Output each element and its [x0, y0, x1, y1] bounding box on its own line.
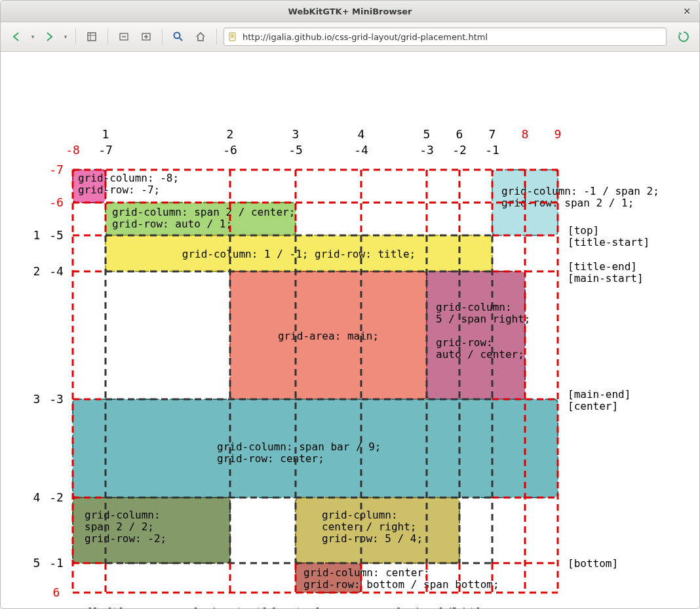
row-number: 6 [53, 585, 60, 599]
url-input[interactable] [241, 31, 662, 43]
cell-label: grid-column: [322, 509, 398, 521]
cell-label: grid-row: [436, 336, 493, 349]
cell-label: grid-area: main; [278, 330, 379, 342]
window-titlebar: WebKitGTK+ MiniBrowser ✕ [1, 1, 699, 22]
cell-label: grid-row: -7; [78, 184, 160, 196]
row-number: 5 [33, 556, 41, 570]
row-line-name: [top] [568, 224, 599, 237]
cell-label: grid-column: 1 / -1; grid-row: title; [182, 248, 416, 260]
cell-label: grid-column: [436, 301, 512, 313]
row-line-name: [bottom] [568, 557, 618, 570]
toolbar-separator [75, 29, 76, 45]
row-number-neg: -1 [49, 556, 64, 570]
col-number: 5 [423, 127, 431, 141]
toolbar-separator [107, 29, 108, 45]
toolbar-separator [216, 29, 217, 45]
row-line-name: [main-end] [568, 388, 631, 401]
row-number: 2 [33, 264, 41, 278]
zoom-out-button[interactable] [115, 28, 133, 46]
row-line-name: [center] [568, 400, 618, 412]
row-number: 4 [33, 490, 41, 504]
row-number: 1 [33, 228, 41, 242]
cell-label: grid-column: -8; [78, 172, 179, 184]
window-title: WebKitGTK+ MiniBrowser [288, 7, 412, 16]
col-number-neg: -5 [288, 143, 303, 157]
col-line-name: [left] [87, 606, 125, 608]
svg-rect-0 [88, 33, 96, 41]
grid-diagram: grid-column: -8;grid-row: -7;grid-column… [1, 52, 689, 608]
home-button[interactable] [191, 28, 210, 46]
search-button[interactable] [169, 28, 187, 46]
col-number: 1 [102, 127, 109, 141]
col-number-neg: -1 [485, 143, 499, 157]
cell-label: 5 / span right; [436, 313, 531, 325]
col-number: 9 [554, 127, 562, 141]
row-number: 3 [33, 392, 41, 406]
col-number-neg: -7 [98, 143, 113, 157]
forward-menu-dropdown[interactable]: ▾ [62, 28, 69, 45]
col-line-name: [right] [437, 606, 481, 608]
col-line-name: [center] [270, 606, 321, 608]
page-content: grid-column: -8;grid-row: -7;grid-column… [1, 52, 699, 608]
browser-toolbar: ▾ ▾ [1, 22, 699, 52]
reload-button[interactable] [674, 28, 693, 46]
col-number: 3 [292, 127, 300, 141]
row-number-neg: -3 [49, 392, 64, 406]
cell-label: grid-row: 5 / 4; [322, 532, 423, 545]
cell-label: span 2 / 2; [85, 521, 154, 533]
row-number-neg: -5 [49, 228, 64, 242]
col-number-neg: -8 [66, 143, 80, 157]
svg-line-7 [180, 38, 182, 41]
col-number: 7 [489, 127, 496, 141]
close-button[interactable]: ✕ [681, 5, 693, 17]
col-number: 2 [227, 127, 234, 141]
cell-label: grid-column: span bar / 9; [217, 441, 381, 453]
col-number: 8 [522, 127, 529, 141]
cell-label: grid-column: span 2 / center; [112, 206, 295, 218]
forward-button[interactable] [40, 28, 58, 46]
row-number-neg: -2 [49, 490, 64, 504]
col-number-neg: -4 [354, 143, 368, 157]
inspector-button[interactable] [83, 28, 101, 46]
col-number-neg: -2 [452, 143, 467, 157]
row-line-name: [title-start] [568, 236, 650, 248]
row-number-neg: -7 [49, 163, 64, 176]
svg-rect-8 [229, 33, 235, 41]
back-menu-dropdown[interactable]: ▾ [29, 28, 36, 45]
cell-label: auto / center; [436, 348, 524, 361]
zoom-in-button[interactable] [137, 28, 155, 46]
toolbar-separator [162, 29, 163, 45]
col-line-name: [main-start] [192, 606, 268, 608]
cell-plum [427, 271, 525, 399]
cell-label: center / right; [322, 521, 417, 533]
url-bar[interactable] [224, 28, 667, 46]
cell-label: grid-row: auto / 1; [112, 218, 232, 230]
row-line-name: [title-end] [568, 260, 637, 273]
cell-label: grid-row: center; [217, 452, 324, 465]
col-number-neg: -3 [419, 143, 434, 157]
col-number-neg: -6 [223, 143, 237, 157]
col-number: 4 [358, 127, 365, 141]
back-button[interactable] [7, 28, 26, 46]
row-number-neg: -4 [49, 264, 64, 278]
cell-label: grid-column: center; [303, 566, 430, 579]
page-favicon [228, 32, 237, 41]
row-line-name: [main-start] [568, 272, 644, 285]
cell-label: grid-row: -2; [85, 532, 166, 545]
cell-label: grid-column: [85, 509, 161, 521]
row-number-neg: -6 [49, 195, 64, 209]
cell-label: grid-row: bottom / span bottom; [303, 578, 499, 591]
col-number: 6 [456, 127, 463, 141]
svg-point-6 [174, 33, 180, 39]
